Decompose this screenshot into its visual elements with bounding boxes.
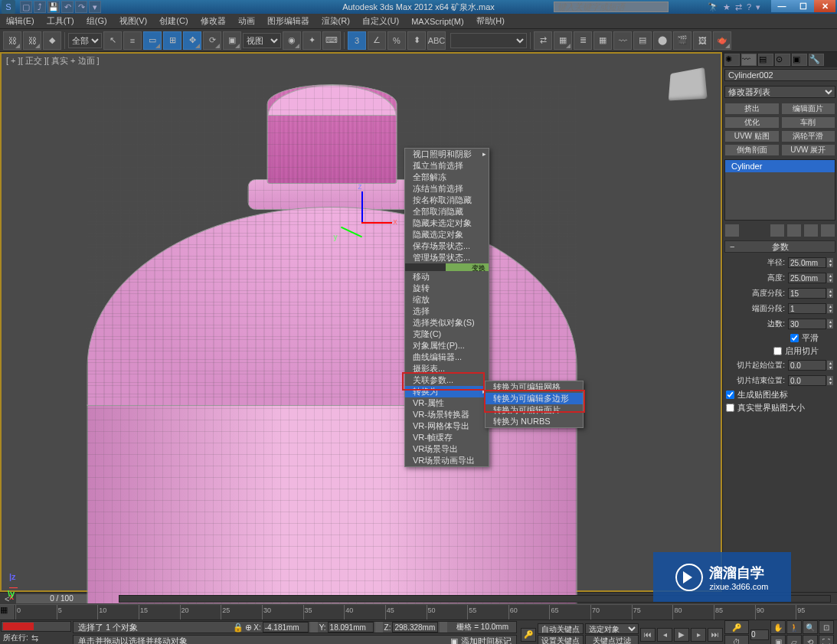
cm-viewport-lighting[interactable]: 视口照明和阴影: [405, 149, 489, 160]
stack-cylinder[interactable]: Cylinder: [725, 160, 835, 172]
exchange-icon[interactable]: ⇄: [735, 2, 742, 12]
manipulate-icon[interactable]: ✦: [302, 31, 321, 50]
sm-editable-mesh[interactable]: 转换为可编辑网格: [486, 381, 583, 393]
zoom-icon[interactable]: 🔍: [803, 620, 818, 634]
render-icon[interactable]: 🫖: [713, 31, 731, 50]
cm-freeze-selection[interactable]: 冻结当前选择: [405, 183, 489, 195]
bind-icon[interactable]: ◆: [43, 31, 61, 50]
close-button[interactable]: ✕: [814, 0, 835, 12]
cm-clone[interactable]: 克隆(C): [405, 329, 489, 340]
viewport-label[interactable]: [ + ][ 正交 ][ 真实 + 边面 ]: [6, 55, 100, 67]
cm-object-props[interactable]: 对象属性(P)...: [405, 340, 489, 351]
sm-editable-patch[interactable]: 转换为可编辑面片: [486, 404, 583, 416]
spinner-snap-icon[interactable]: ⬍: [407, 31, 426, 50]
pan-icon[interactable]: ✋: [770, 620, 786, 634]
slice-checkbox[interactable]: [773, 347, 782, 355]
viewcube[interactable]: [669, 67, 708, 100]
qat-save-icon[interactable]: 💾: [47, 1, 60, 13]
trackbar-toggle-icon[interactable]: ▦: [0, 605, 15, 619]
menu-modifiers[interactable]: 修改器: [195, 14, 232, 28]
make-unique-icon[interactable]: [786, 224, 802, 237]
time-tag-icon[interactable]: ▣: [450, 636, 458, 645]
y-input[interactable]: [328, 622, 374, 633]
setkey-button[interactable]: 设置关键点: [538, 635, 584, 644]
qat-more-icon[interactable]: ▾: [89, 1, 101, 13]
coord-mode-icon[interactable]: ⊕: [245, 623, 252, 633]
maximize-button[interactable]: ☐: [793, 0, 814, 12]
menu-help[interactable]: 帮助(H): [470, 14, 511, 28]
menu-animation[interactable]: 动画: [232, 14, 261, 28]
window-crossing-icon[interactable]: ⊞: [163, 31, 181, 50]
time-config-icon[interactable]: ⏱: [724, 635, 749, 644]
orbit-icon[interactable]: ⟲: [803, 635, 818, 644]
btn-uvw-unwrap[interactable]: UVW 展开: [781, 144, 836, 156]
key-mode-toggle-icon[interactable]: 🔑: [724, 620, 749, 634]
binoculars-icon[interactable]: 🔭: [708, 2, 718, 12]
cm-scale[interactable]: 缩放: [405, 294, 489, 306]
tab-create-icon[interactable]: ✺: [724, 54, 740, 66]
cm-vr-scene-export[interactable]: VR场景导出: [405, 443, 489, 455]
gen-uv-checkbox[interactable]: [726, 391, 734, 399]
layers-icon[interactable]: ≣: [574, 31, 592, 50]
zoom-all-icon[interactable]: ⊡: [819, 620, 834, 634]
btn-bevel-profile[interactable]: 倒角剖面: [724, 144, 780, 156]
modifier-list-dropdown[interactable]: 修改器列表: [724, 86, 835, 98]
scale-icon[interactable]: ▣: [223, 31, 241, 50]
keyboard-shortcut-icon[interactable]: ⌨: [322, 31, 341, 50]
menu-views[interactable]: 视图(V): [113, 14, 154, 28]
menu-customize[interactable]: 自定义(U): [356, 14, 405, 28]
select-icon[interactable]: ↖: [103, 31, 122, 50]
key-filters-button[interactable]: 关键点过滤器...: [585, 635, 639, 644]
rotate-icon[interactable]: ⟳: [203, 31, 221, 50]
qat-new-icon[interactable]: ▢: [20, 1, 32, 13]
app-icon[interactable]: S: [2, 0, 15, 14]
menu-group[interactable]: 组(G): [80, 14, 113, 28]
help-search-input[interactable]: [554, 2, 669, 12]
qat-redo-icon[interactable]: ↷: [75, 1, 87, 13]
schematic-icon[interactable]: ▤: [633, 31, 652, 50]
slice-from-input[interactable]: [788, 360, 826, 371]
lock-icon[interactable]: 🔒: [233, 623, 244, 633]
cm-vr-anim-export[interactable]: VR场景动画导出: [405, 455, 489, 466]
menu-graph-editors[interactable]: 图形编辑器: [261, 14, 316, 28]
object-name-input[interactable]: [724, 69, 837, 81]
tab-utilities-icon[interactable]: 🔧: [809, 54, 824, 66]
minimize-button[interactable]: —: [771, 0, 793, 12]
selection-filter-dropdown[interactable]: 全部: [68, 33, 102, 48]
z-input[interactable]: [392, 622, 438, 633]
dropdown-icon[interactable]: ▾: [756, 2, 760, 12]
btn-optimize[interactable]: 优化: [724, 116, 780, 129]
menu-create[interactable]: 创建(C): [153, 14, 194, 28]
current-frame-input[interactable]: [750, 629, 769, 640]
sides-spinner[interactable]: [826, 319, 834, 329]
walk-icon[interactable]: 🚶: [786, 620, 802, 634]
maximize-viewport-icon[interactable]: ⛶: [819, 635, 834, 644]
slice-from-spinner[interactable]: [826, 360, 834, 371]
cseg-spinner[interactable]: [826, 303, 834, 314]
align-icon[interactable]: ▦: [554, 31, 572, 50]
sm-nurbs[interactable]: 转换为 NURBS: [486, 416, 583, 427]
tab-hierarchy-icon[interactable]: ▤: [758, 54, 773, 66]
cm-curve-editor[interactable]: 曲线编辑器...: [405, 351, 489, 363]
material-editor-icon[interactable]: ⬤: [653, 31, 672, 50]
cm-save-scene-state[interactable]: 保存场景状态...: [405, 240, 489, 252]
star-icon[interactable]: ★: [723, 2, 731, 12]
cm-hide-unselected[interactable]: 隐藏未选定对象: [405, 217, 489, 229]
cm-wire-params[interactable]: 关联参数...: [405, 374, 489, 386]
smooth-checkbox[interactable]: [790, 334, 799, 342]
height-spinner[interactable]: [826, 273, 834, 283]
curve-editor-icon[interactable]: 〰: [613, 31, 632, 50]
cm-select-similar[interactable]: 选择类似对象(S): [405, 317, 489, 329]
cm-vr-framebuffer[interactable]: VR-帧缓存: [405, 432, 489, 443]
graphite-icon[interactable]: ▦: [593, 31, 612, 50]
render-frame-icon[interactable]: 🖼: [693, 31, 711, 50]
fov-icon[interactable]: ▱: [786, 635, 802, 644]
tab-modify-icon[interactable]: 〰: [741, 54, 757, 66]
key-mode-dropdown[interactable]: 选定对象: [585, 623, 639, 634]
btn-turbo-smooth[interactable]: 涡轮平滑: [781, 130, 836, 142]
prev-frame-icon[interactable]: ◂: [657, 628, 672, 642]
next-frame-icon[interactable]: ▸: [691, 628, 706, 642]
cm-unfreeze-all[interactable]: 全部解冻: [405, 172, 489, 183]
cm-convert-to[interactable]: 转换为: [405, 386, 489, 397]
use-center-icon[interactable]: ◉: [283, 31, 301, 50]
